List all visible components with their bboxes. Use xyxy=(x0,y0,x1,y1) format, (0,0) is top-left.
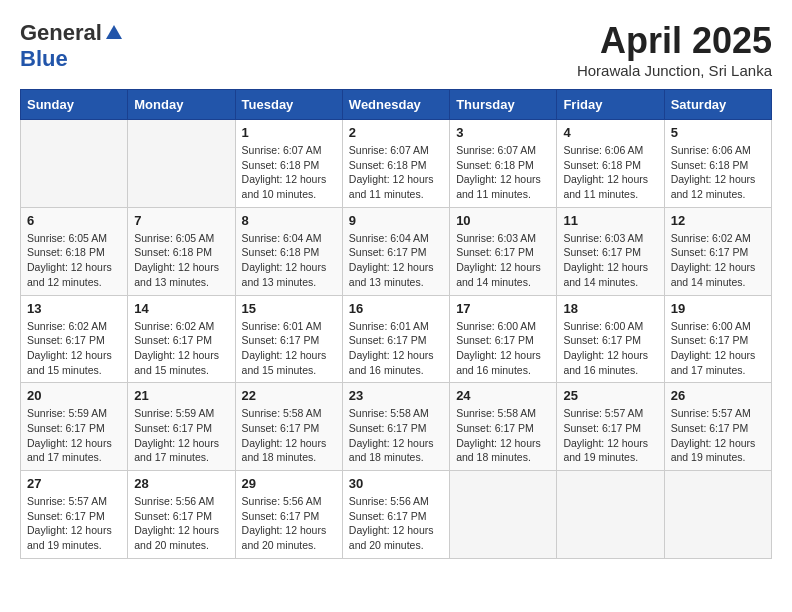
logo-general: General xyxy=(20,20,102,46)
day-info: Sunrise: 5:57 AM Sunset: 6:17 PM Dayligh… xyxy=(563,406,657,465)
day-info: Sunrise: 5:56 AM Sunset: 6:17 PM Dayligh… xyxy=(242,494,336,553)
day-info: Sunrise: 6:07 AM Sunset: 6:18 PM Dayligh… xyxy=(349,143,443,202)
logo-blue: Blue xyxy=(20,46,68,72)
day-info: Sunrise: 6:03 AM Sunset: 6:17 PM Dayligh… xyxy=(456,231,550,290)
day-number: 6 xyxy=(27,213,121,228)
day-info: Sunrise: 6:01 AM Sunset: 6:17 PM Dayligh… xyxy=(242,319,336,378)
day-info: Sunrise: 6:01 AM Sunset: 6:17 PM Dayligh… xyxy=(349,319,443,378)
day-info: Sunrise: 6:07 AM Sunset: 6:18 PM Dayligh… xyxy=(456,143,550,202)
day-info: Sunrise: 6:04 AM Sunset: 6:17 PM Dayligh… xyxy=(349,231,443,290)
day-info: Sunrise: 6:00 AM Sunset: 6:17 PM Dayligh… xyxy=(671,319,765,378)
calendar-cell: 25Sunrise: 5:57 AM Sunset: 6:17 PM Dayli… xyxy=(557,383,664,471)
day-info: Sunrise: 5:59 AM Sunset: 6:17 PM Dayligh… xyxy=(134,406,228,465)
calendar-cell xyxy=(21,120,128,208)
calendar-cell: 4Sunrise: 6:06 AM Sunset: 6:18 PM Daylig… xyxy=(557,120,664,208)
day-number: 19 xyxy=(671,301,765,316)
header-sunday: Sunday xyxy=(21,90,128,120)
header-saturday: Saturday xyxy=(664,90,771,120)
day-info: Sunrise: 6:06 AM Sunset: 6:18 PM Dayligh… xyxy=(671,143,765,202)
day-info: Sunrise: 5:58 AM Sunset: 6:17 PM Dayligh… xyxy=(456,406,550,465)
day-number: 7 xyxy=(134,213,228,228)
day-info: Sunrise: 6:02 AM Sunset: 6:17 PM Dayligh… xyxy=(134,319,228,378)
day-number: 22 xyxy=(242,388,336,403)
title-block: April 2025 Horawala Junction, Sri Lanka xyxy=(577,20,772,79)
day-info: Sunrise: 6:05 AM Sunset: 6:18 PM Dayligh… xyxy=(27,231,121,290)
calendar-cell: 1Sunrise: 6:07 AM Sunset: 6:18 PM Daylig… xyxy=(235,120,342,208)
day-info: Sunrise: 5:57 AM Sunset: 6:17 PM Dayligh… xyxy=(671,406,765,465)
header-tuesday: Tuesday xyxy=(235,90,342,120)
day-number: 23 xyxy=(349,388,443,403)
day-info: Sunrise: 5:56 AM Sunset: 6:17 PM Dayligh… xyxy=(134,494,228,553)
day-number: 15 xyxy=(242,301,336,316)
day-number: 13 xyxy=(27,301,121,316)
day-info: Sunrise: 6:00 AM Sunset: 6:17 PM Dayligh… xyxy=(456,319,550,378)
day-number: 20 xyxy=(27,388,121,403)
calendar-week-row: 13Sunrise: 6:02 AM Sunset: 6:17 PM Dayli… xyxy=(21,295,772,383)
day-number: 11 xyxy=(563,213,657,228)
day-info: Sunrise: 5:56 AM Sunset: 6:17 PM Dayligh… xyxy=(349,494,443,553)
day-number: 29 xyxy=(242,476,336,491)
day-number: 9 xyxy=(349,213,443,228)
calendar-week-row: 6Sunrise: 6:05 AM Sunset: 6:18 PM Daylig… xyxy=(21,207,772,295)
calendar-week-row: 27Sunrise: 5:57 AM Sunset: 6:17 PM Dayli… xyxy=(21,471,772,559)
calendar-week-row: 20Sunrise: 5:59 AM Sunset: 6:17 PM Dayli… xyxy=(21,383,772,471)
day-info: Sunrise: 5:58 AM Sunset: 6:17 PM Dayligh… xyxy=(349,406,443,465)
day-number: 28 xyxy=(134,476,228,491)
calendar-week-row: 1Sunrise: 6:07 AM Sunset: 6:18 PM Daylig… xyxy=(21,120,772,208)
day-number: 12 xyxy=(671,213,765,228)
day-info: Sunrise: 5:57 AM Sunset: 6:17 PM Dayligh… xyxy=(27,494,121,553)
day-number: 27 xyxy=(27,476,121,491)
calendar-cell: 23Sunrise: 5:58 AM Sunset: 6:17 PM Dayli… xyxy=(342,383,449,471)
location-subtitle: Horawala Junction, Sri Lanka xyxy=(577,62,772,79)
calendar-cell xyxy=(664,471,771,559)
day-info: Sunrise: 6:02 AM Sunset: 6:17 PM Dayligh… xyxy=(671,231,765,290)
calendar-cell: 8Sunrise: 6:04 AM Sunset: 6:18 PM Daylig… xyxy=(235,207,342,295)
calendar-cell: 14Sunrise: 6:02 AM Sunset: 6:17 PM Dayli… xyxy=(128,295,235,383)
calendar-cell: 19Sunrise: 6:00 AM Sunset: 6:17 PM Dayli… xyxy=(664,295,771,383)
day-number: 2 xyxy=(349,125,443,140)
day-number: 8 xyxy=(242,213,336,228)
calendar-cell: 16Sunrise: 6:01 AM Sunset: 6:17 PM Dayli… xyxy=(342,295,449,383)
header-monday: Monday xyxy=(128,90,235,120)
calendar-cell xyxy=(128,120,235,208)
day-info: Sunrise: 6:02 AM Sunset: 6:17 PM Dayligh… xyxy=(27,319,121,378)
calendar-cell: 13Sunrise: 6:02 AM Sunset: 6:17 PM Dayli… xyxy=(21,295,128,383)
day-number: 24 xyxy=(456,388,550,403)
calendar-cell: 10Sunrise: 6:03 AM Sunset: 6:17 PM Dayli… xyxy=(450,207,557,295)
calendar-cell: 17Sunrise: 6:00 AM Sunset: 6:17 PM Dayli… xyxy=(450,295,557,383)
calendar-cell: 2Sunrise: 6:07 AM Sunset: 6:18 PM Daylig… xyxy=(342,120,449,208)
calendar-cell xyxy=(557,471,664,559)
svg-marker-0 xyxy=(106,25,122,39)
day-number: 17 xyxy=(456,301,550,316)
day-info: Sunrise: 6:07 AM Sunset: 6:18 PM Dayligh… xyxy=(242,143,336,202)
calendar-cell: 7Sunrise: 6:05 AM Sunset: 6:18 PM Daylig… xyxy=(128,207,235,295)
day-number: 25 xyxy=(563,388,657,403)
calendar-cell: 6Sunrise: 6:05 AM Sunset: 6:18 PM Daylig… xyxy=(21,207,128,295)
day-info: Sunrise: 6:05 AM Sunset: 6:18 PM Dayligh… xyxy=(134,231,228,290)
calendar-cell: 20Sunrise: 5:59 AM Sunset: 6:17 PM Dayli… xyxy=(21,383,128,471)
day-number: 1 xyxy=(242,125,336,140)
calendar-table: SundayMondayTuesdayWednesdayThursdayFrid… xyxy=(20,89,772,559)
day-number: 18 xyxy=(563,301,657,316)
calendar-cell: 28Sunrise: 5:56 AM Sunset: 6:17 PM Dayli… xyxy=(128,471,235,559)
calendar-cell: 21Sunrise: 5:59 AM Sunset: 6:17 PM Dayli… xyxy=(128,383,235,471)
day-info: Sunrise: 6:06 AM Sunset: 6:18 PM Dayligh… xyxy=(563,143,657,202)
day-info: Sunrise: 6:03 AM Sunset: 6:17 PM Dayligh… xyxy=(563,231,657,290)
calendar-header-row: SundayMondayTuesdayWednesdayThursdayFrid… xyxy=(21,90,772,120)
day-number: 14 xyxy=(134,301,228,316)
logo-icon xyxy=(104,23,124,43)
header-friday: Friday xyxy=(557,90,664,120)
page-header: General Blue April 2025 Horawala Junctio… xyxy=(20,20,772,79)
day-number: 5 xyxy=(671,125,765,140)
calendar-cell: 11Sunrise: 6:03 AM Sunset: 6:17 PM Dayli… xyxy=(557,207,664,295)
calendar-cell: 3Sunrise: 6:07 AM Sunset: 6:18 PM Daylig… xyxy=(450,120,557,208)
calendar-cell: 24Sunrise: 5:58 AM Sunset: 6:17 PM Dayli… xyxy=(450,383,557,471)
day-number: 4 xyxy=(563,125,657,140)
day-number: 21 xyxy=(134,388,228,403)
calendar-cell: 30Sunrise: 5:56 AM Sunset: 6:17 PM Dayli… xyxy=(342,471,449,559)
day-info: Sunrise: 5:59 AM Sunset: 6:17 PM Dayligh… xyxy=(27,406,121,465)
day-number: 10 xyxy=(456,213,550,228)
header-thursday: Thursday xyxy=(450,90,557,120)
calendar-cell: 15Sunrise: 6:01 AM Sunset: 6:17 PM Dayli… xyxy=(235,295,342,383)
calendar-cell xyxy=(450,471,557,559)
